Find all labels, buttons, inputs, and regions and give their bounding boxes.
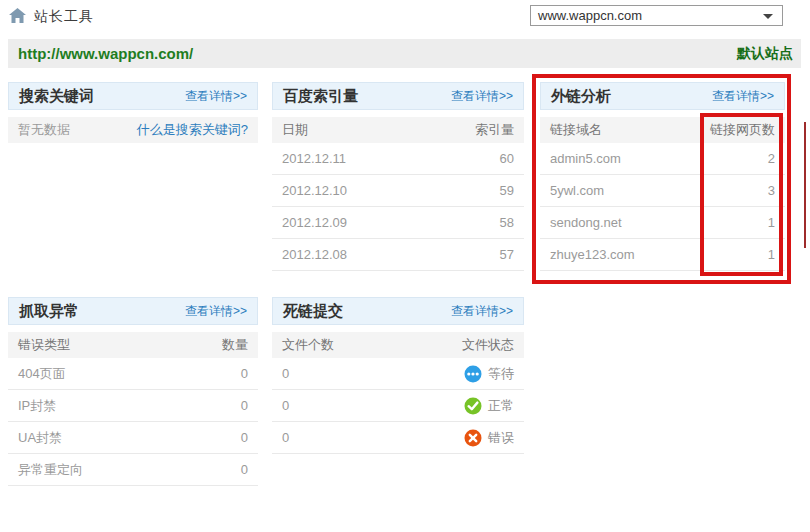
date-cell: 2012.12.08 bbox=[282, 247, 347, 262]
column-header: 错误类型 bbox=[18, 336, 70, 354]
app-title: 站长工具 bbox=[34, 8, 94, 26]
empty-text: 暂无数据 bbox=[18, 121, 70, 139]
table-row: 0 正常 bbox=[272, 390, 524, 422]
table-row: IP封禁 0 bbox=[8, 390, 258, 422]
count-cell: 0 bbox=[241, 430, 248, 445]
status-label: 等待 bbox=[488, 365, 514, 383]
home-icon[interactable] bbox=[9, 8, 26, 24]
current-site-bar: http://www.wappcn.com/ 默认站点 bbox=[8, 39, 801, 68]
domain-cell: sendong.net bbox=[550, 215, 622, 230]
ok-icon bbox=[464, 397, 482, 415]
table-row: 2012.12.11 60 bbox=[272, 143, 524, 175]
panel-title: 搜索关键词 bbox=[19, 87, 94, 106]
table-header-row: 错误类型 数量 bbox=[8, 332, 258, 358]
count-cell: 2 bbox=[768, 151, 775, 166]
status-badge: 错误 bbox=[464, 429, 514, 447]
panel-search-keywords-header: 搜索关键词 查看详情>> bbox=[8, 82, 258, 110]
panel-search-keywords: 搜索关键词 查看详情>> 暂无数据 什么是搜索关键词? bbox=[8, 82, 258, 143]
panel-title: 外链分析 bbox=[551, 87, 611, 106]
site-url: http://www.wappcn.com/ bbox=[18, 39, 193, 68]
table-row: 异常重定向 0 bbox=[8, 454, 258, 486]
error-type-cell: 异常重定向 bbox=[18, 461, 83, 479]
dead-links-table: 文件个数 文件状态 0 等待 0 正常 bbox=[272, 332, 524, 454]
date-cell: 2012.12.09 bbox=[282, 215, 347, 230]
annotation-red-edge-line bbox=[804, 122, 806, 248]
table-row: sendong.net 1 bbox=[540, 207, 785, 239]
external-links-table: 链接域名 链接网页数 admin5.com 2 5ywl.com 3 sendo… bbox=[540, 117, 785, 271]
column-header: 数量 bbox=[222, 336, 248, 354]
table-row: 2012.12.08 57 bbox=[272, 239, 524, 271]
table-row: admin5.com 2 bbox=[540, 143, 785, 175]
baidu-index-table: 日期 索引量 2012.12.11 60 2012.12.10 59 2012.… bbox=[272, 117, 524, 271]
status-badge: 等待 bbox=[464, 365, 514, 383]
panel-title: 死链提交 bbox=[283, 302, 343, 321]
what-is-keywords-link[interactable]: 什么是搜索关键词? bbox=[137, 121, 248, 139]
site-selector-dropdown[interactable]: www.wappcn.com bbox=[530, 5, 783, 26]
error-type-cell: IP封禁 bbox=[18, 397, 56, 415]
crawl-errors-detail-link[interactable]: 查看详情>> bbox=[185, 303, 247, 320]
panel-title: 百度索引量 bbox=[283, 87, 358, 106]
column-header: 链接域名 bbox=[550, 121, 602, 139]
status-badge: 正常 bbox=[464, 397, 514, 415]
file-count-cell: 0 bbox=[282, 366, 289, 381]
column-header: 日期 bbox=[282, 121, 308, 139]
count-cell: 1 bbox=[768, 247, 775, 262]
table-row: UA封禁 0 bbox=[8, 422, 258, 454]
table-header-row: 链接域名 链接网页数 bbox=[540, 117, 785, 143]
site-selector-value: www.wappcn.com bbox=[538, 8, 642, 23]
table-row: 5ywl.com 3 bbox=[540, 175, 785, 207]
table-header-row: 日期 索引量 bbox=[272, 117, 524, 143]
panel-dead-links: 死链提交 查看详情>> 文件个数 文件状态 0 等待 0 bbox=[272, 297, 524, 454]
table-row: 2012.12.09 58 bbox=[272, 207, 524, 239]
error-type-cell: 404页面 bbox=[18, 365, 66, 383]
panel-baidu-index: 百度索引量 查看详情>> 日期 索引量 2012.12.11 60 2012.1… bbox=[272, 82, 524, 271]
panel-dead-links-header: 死链提交 查看详情>> bbox=[272, 297, 524, 325]
status-label: 正常 bbox=[488, 397, 514, 415]
table-row: zhuye123.com 1 bbox=[540, 239, 785, 271]
domain-cell: zhuye123.com bbox=[550, 247, 635, 262]
column-header: 索引量 bbox=[475, 121, 514, 139]
count-cell: 0 bbox=[241, 398, 248, 413]
domain-cell: admin5.com bbox=[550, 151, 621, 166]
table-row: 0 错误 bbox=[272, 422, 524, 454]
count-cell: 1 bbox=[768, 215, 775, 230]
value-cell: 57 bbox=[500, 247, 514, 262]
waiting-icon bbox=[464, 365, 482, 383]
chevron-down-icon bbox=[763, 14, 773, 19]
column-header: 链接网页数 bbox=[710, 121, 775, 139]
value-cell: 60 bbox=[500, 151, 514, 166]
baidu-index-detail-link[interactable]: 查看详情>> bbox=[451, 88, 513, 105]
panel-crawl-errors: 抓取异常 查看详情>> 错误类型 数量 404页面 0 IP封禁 0 UA封禁 … bbox=[8, 297, 258, 486]
domain-cell: 5ywl.com bbox=[550, 183, 604, 198]
crawl-errors-table: 错误类型 数量 404页面 0 IP封禁 0 UA封禁 0 异常重定向 0 bbox=[8, 332, 258, 486]
table-row: 404页面 0 bbox=[8, 358, 258, 390]
error-type-cell: UA封禁 bbox=[18, 429, 62, 447]
error-icon bbox=[464, 429, 482, 447]
count-cell: 3 bbox=[768, 183, 775, 198]
column-header: 文件个数 bbox=[282, 336, 334, 354]
panel-external-links: 外链分析 查看详情>> 链接域名 链接网页数 admin5.com 2 5ywl… bbox=[540, 82, 785, 271]
top-bar: 站长工具 www.wappcn.com bbox=[0, 0, 810, 34]
search-keywords-empty-row: 暂无数据 什么是搜索关键词? bbox=[8, 117, 258, 143]
table-row: 0 等待 bbox=[272, 358, 524, 390]
external-links-detail-link[interactable]: 查看详情>> bbox=[712, 88, 774, 105]
count-cell: 0 bbox=[241, 462, 248, 477]
status-label: 错误 bbox=[488, 429, 514, 447]
column-header: 文件状态 bbox=[462, 336, 514, 354]
table-row: 2012.12.10 59 bbox=[272, 175, 524, 207]
date-cell: 2012.12.11 bbox=[282, 151, 346, 166]
value-cell: 58 bbox=[500, 215, 514, 230]
file-count-cell: 0 bbox=[282, 430, 289, 445]
panel-external-links-header: 外链分析 查看详情>> bbox=[540, 82, 785, 110]
date-cell: 2012.12.10 bbox=[282, 183, 347, 198]
value-cell: 59 bbox=[500, 183, 514, 198]
panel-title: 抓取异常 bbox=[19, 302, 79, 321]
panel-baidu-index-header: 百度索引量 查看详情>> bbox=[272, 82, 524, 110]
search-keywords-detail-link[interactable]: 查看详情>> bbox=[185, 88, 247, 105]
file-count-cell: 0 bbox=[282, 398, 289, 413]
default-site-link[interactable]: 默认站点 bbox=[737, 39, 793, 68]
table-header-row: 文件个数 文件状态 bbox=[272, 332, 524, 358]
panel-crawl-errors-header: 抓取异常 查看详情>> bbox=[8, 297, 258, 325]
dead-links-detail-link[interactable]: 查看详情>> bbox=[451, 303, 513, 320]
count-cell: 0 bbox=[241, 366, 248, 381]
